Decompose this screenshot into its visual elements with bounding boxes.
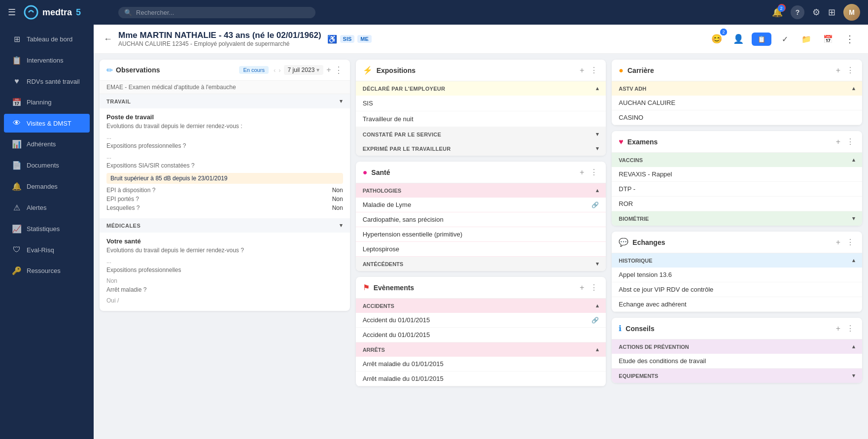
- conseils-menu-btn[interactable]: ⋮: [845, 323, 855, 334]
- declare-label: DÉCLARÉ PAR L'EMPLOYEUR: [363, 86, 446, 92]
- clipboard-icon: 📋: [12, 56, 22, 65]
- info-icon: ℹ: [619, 324, 622, 333]
- examens-add-btn[interactable]: +: [835, 136, 841, 147]
- conseils-add-btn[interactable]: +: [835, 323, 841, 334]
- shield-icon: 🛡: [12, 245, 22, 254]
- vaccins-header[interactable]: VACCINS ▴: [612, 153, 862, 167]
- sidebar-item-tableau-de-bord[interactable]: ⊞ Tableau de bord: [4, 30, 90, 49]
- settings-btn[interactable]: ⚙: [812, 7, 820, 18]
- sidebar-item-visites-dmst[interactable]: 👁 Visites & DMST: [4, 114, 90, 133]
- sidebar-item-documents[interactable]: 📄 Documents: [4, 156, 90, 175]
- examens-menu-btn[interactable]: ⋮: [845, 136, 855, 147]
- sidebar-item-interventions[interactable]: 📋 Interventions: [4, 51, 90, 70]
- arrets-header[interactable]: ARRÊTS ▴: [356, 342, 606, 357]
- echange-1: Appel tension 13.6: [612, 268, 862, 282]
- obs-date-value: 7 juil 2023: [288, 67, 315, 73]
- echanges-menu-btn[interactable]: ⋮: [845, 236, 855, 248]
- conseil-1: Etude des conditions de travail: [612, 354, 862, 369]
- accidents-header[interactable]: ACCIDENTS ▴: [356, 299, 606, 313]
- votre-sante-label: Votre santé: [106, 237, 343, 245]
- folder-btn[interactable]: 📁: [798, 31, 815, 47]
- back-button[interactable]: ←: [104, 34, 112, 44]
- antecedents-chevron: ▾: [596, 261, 599, 267]
- flag-icon: ⚑: [363, 283, 370, 292]
- check-btn[interactable]: ✓: [776, 31, 793, 47]
- more-options-btn[interactable]: ⋮: [841, 31, 858, 47]
- equipements-header[interactable]: EQUIPEMENTS ▾: [612, 369, 862, 383]
- smiley-icon: 😊: [711, 34, 722, 44]
- user-avatar[interactable]: M: [843, 4, 860, 21]
- calendar-header-btn[interactable]: 📅: [820, 31, 836, 47]
- travail-label: TRAVAIL: [106, 99, 131, 104]
- expositions-add-btn[interactable]: +: [579, 65, 585, 76]
- rdv-icon: 📋: [758, 35, 765, 43]
- hamburger-menu-btn[interactable]: ☰: [8, 7, 16, 18]
- observations-card: ✏ Observations En cours ‹ › 7 juil 2023 …: [100, 60, 350, 311]
- obs-nav-prev[interactable]: ‹: [274, 67, 276, 74]
- expositions-menu-btn[interactable]: ⋮: [589, 65, 599, 76]
- accident-link-icon[interactable]: 🔗: [591, 317, 599, 324]
- sidebar-item-ressources[interactable]: 🔑 Ressources: [4, 261, 90, 280]
- biometrie-label: BIOMÉTRIE: [619, 216, 649, 222]
- search-input[interactable]: [136, 9, 310, 16]
- sidebar-item-demandes[interactable]: 🔔 Demandes: [4, 177, 90, 196]
- help-btn[interactable]: ?: [791, 5, 804, 19]
- sante-add-btn[interactable]: +: [579, 167, 585, 178]
- obs-date-picker[interactable]: 7 juil 2023 ▾: [284, 65, 324, 75]
- medicales-section-header[interactable]: MÉDICALES ▾: [100, 218, 350, 233]
- patient-person-btn[interactable]: 👤: [730, 31, 747, 47]
- carriere-menu-btn[interactable]: ⋮: [845, 65, 855, 76]
- sidebar-item-rdvs[interactable]: ♥ RDVs santé travail: [4, 72, 90, 91]
- historique-header[interactable]: HISTORIQUE ▴: [612, 253, 862, 268]
- evenements-content: ACCIDENTS ▴ Accident du 01/01/2015 🔗 Acc…: [356, 299, 606, 386]
- obs-nav-next[interactable]: ›: [278, 67, 280, 74]
- echanges-header: 💬 Echanges + ⋮: [612, 232, 862, 253]
- patho-cardio: Cardiopathie, sans précision: [356, 212, 606, 227]
- accident-1: Accident du 01/01/2015 🔗: [356, 313, 606, 328]
- echanges-add-btn[interactable]: +: [835, 237, 841, 248]
- notifications-btn[interactable]: 🔔 6: [772, 7, 783, 18]
- constate-par-service-header[interactable]: CONSTATÉ PAR LE SERVICE ▾: [356, 127, 606, 141]
- patient-header-actions: 😊 2 👤 📋 ✓ 📁 📅 ⋮: [708, 31, 858, 47]
- carriere-content: ASTV ADH ▴ AUCHAN CALUIRE CASINO: [612, 81, 862, 125]
- svg-point-0: [25, 6, 37, 19]
- carriere-add-btn[interactable]: +: [835, 65, 841, 76]
- medicales-content: Votre santé Evolutions du travail depuis…: [100, 233, 350, 311]
- search-bar[interactable]: 🔍: [118, 7, 315, 18]
- rdv-button[interactable]: 📋: [752, 33, 771, 46]
- pathologies-header[interactable]: PATHOLOGIES ▴: [356, 183, 606, 198]
- evenements-add-btn[interactable]: +: [579, 282, 585, 293]
- apps-btn[interactable]: ⊞: [828, 7, 835, 18]
- biometrie-header[interactable]: BIOMÉTRIE ▾: [612, 211, 862, 226]
- declare-par-employeur-header[interactable]: DÉCLARÉ PAR L'EMPLOYEUR ▴: [356, 81, 606, 96]
- patient-info: Mme MARTIN NATHALIE - 43 ans (né le 02/0…: [118, 31, 321, 47]
- exprime-par-travailleur-header[interactable]: EXPRIMÉ PAR LE TRAVAILLEUR ▾: [356, 141, 606, 156]
- sante-menu-btn[interactable]: ⋮: [589, 167, 599, 178]
- constate-label: CONSTATÉ PAR LE SERVICE: [363, 132, 442, 137]
- patient-notifications-btn[interactable]: 😊 2: [708, 31, 725, 47]
- med-exp-value: Non: [106, 277, 343, 284]
- echange-3: Echange avec adhérent: [612, 297, 862, 312]
- lesquelles-row: Lesquelles ? Non: [106, 204, 343, 211]
- antecedents-header[interactable]: ANTÉCÉDENTS ▾: [356, 257, 606, 271]
- carriere-auchan: AUCHAN CALUIRE: [612, 96, 862, 110]
- obs-add-btn[interactable]: +: [326, 66, 331, 74]
- notifications-badge: 6: [778, 4, 786, 12]
- app-name: medtra: [42, 7, 72, 18]
- actions-prevention-header[interactable]: ACTIONS DE PRÉVENTION ▴: [612, 339, 862, 354]
- astv-adh-header[interactable]: ASTV ADH ▴: [612, 81, 862, 96]
- sidebar-item-adherents[interactable]: 📊 Adhérents: [4, 135, 90, 154]
- sidebar-item-planning[interactable]: 📅 Planning: [4, 93, 90, 112]
- astv-adh-label: ASTV ADH: [619, 86, 646, 92]
- vaccins-label: VACCINS: [619, 157, 643, 163]
- person-icon: 👤: [733, 34, 744, 44]
- sidebar-item-alertes[interactable]: ⚠ Alertes: [4, 198, 90, 217]
- med-exp-label: Expositions professionnelles: [106, 267, 343, 273]
- link-icon[interactable]: 🔗: [591, 202, 599, 208]
- sidebar-item-eval-risq[interactable]: 🛡 Eval-Risq: [4, 240, 90, 259]
- astv-adh-chevron: ▴: [852, 85, 855, 92]
- sidebar-item-statistiques[interactable]: 📈 Statistiques: [4, 219, 90, 238]
- travail-section-header[interactable]: TRAVAIL ▾: [100, 94, 350, 108]
- evenements-menu-btn[interactable]: ⋮: [589, 282, 599, 293]
- obs-menu-btn[interactable]: ⋮: [334, 65, 343, 75]
